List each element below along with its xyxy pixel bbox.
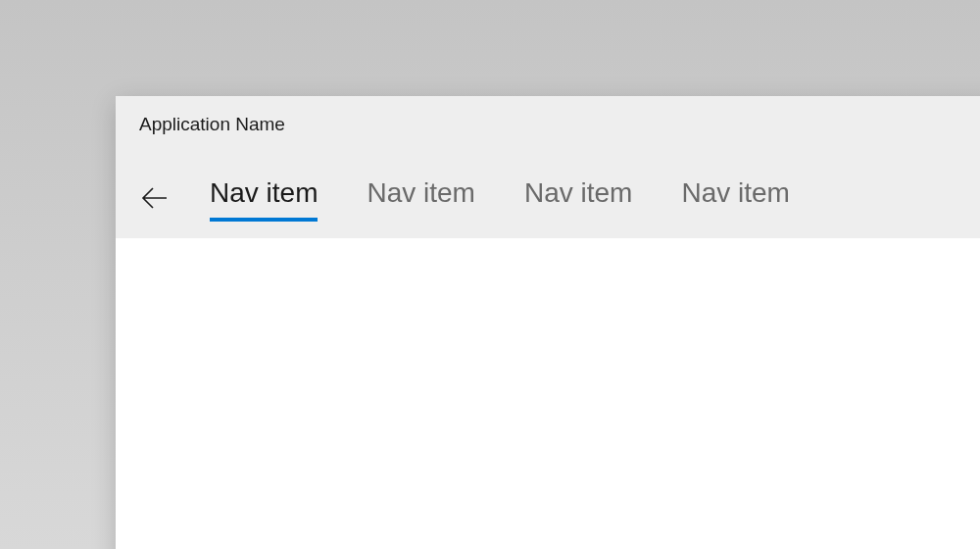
back-arrow-icon xyxy=(141,184,169,212)
nav-tab-2[interactable]: Nav item xyxy=(367,177,474,219)
title-bar: Application Name Nav item Nav item Nav i… xyxy=(116,96,980,238)
app-window: Application Name Nav item Nav item Nav i… xyxy=(116,96,980,549)
app-title: Application Name xyxy=(139,114,285,135)
nav-row: Nav item Nav item Nav item Nav item xyxy=(139,176,790,220)
tab-bar: Nav item Nav item Nav item Nav item xyxy=(210,177,790,219)
nav-tab-1[interactable]: Nav item xyxy=(210,177,318,219)
content-area xyxy=(116,238,980,549)
nav-tab-4[interactable]: Nav item xyxy=(681,177,789,219)
back-button[interactable] xyxy=(139,176,182,220)
nav-tab-3[interactable]: Nav item xyxy=(524,177,632,219)
